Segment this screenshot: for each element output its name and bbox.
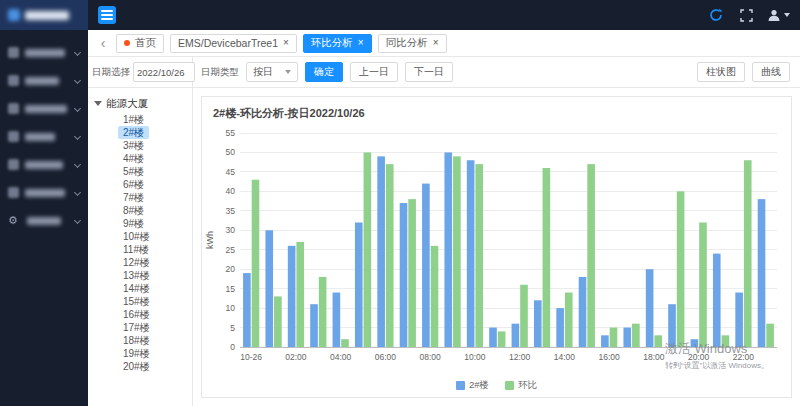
prev-day-button[interactable]: 上一日	[350, 62, 398, 82]
sidebar-item-5[interactable]	[0, 152, 88, 177]
gear-icon: ⚙	[8, 215, 21, 226]
legend-swatch-green	[505, 381, 514, 390]
svg-text:08:00: 08:00	[420, 352, 442, 362]
next-day-button[interactable]: 下一日	[405, 62, 453, 82]
sidebar-item-6[interactable]	[0, 180, 88, 205]
bar-2#楼-21:00	[713, 254, 721, 347]
bar-环比-15:00	[587, 164, 595, 347]
svg-text:14:00: 14:00	[554, 352, 576, 362]
date-select-section: 日期选择	[88, 57, 193, 87]
fullscreen-icon[interactable]	[737, 6, 755, 24]
bar-环比-01:00	[274, 296, 282, 347]
date-type-section: 日期类型 按日 确定 上一日 下一日	[193, 62, 687, 82]
bar-2#楼-12:00	[512, 324, 520, 347]
tree-item-13#楼[interactable]: 13#楼	[118, 269, 155, 282]
bar-2#楼-10-26	[243, 273, 251, 347]
sidebar-nav: ⚙	[0, 30, 88, 233]
tree-item-12#楼[interactable]: 12#楼	[118, 256, 155, 269]
sidebar-item-settings[interactable]: ⚙	[0, 208, 88, 233]
tab-yoy-analysis[interactable]: 同比分析	[378, 34, 447, 53]
tab-ring-analysis[interactable]: 环比分析	[303, 34, 372, 53]
tree-item-5#楼[interactable]: 5#楼	[118, 165, 149, 178]
svg-text:kWh: kWh	[205, 231, 215, 249]
svg-text:20:00: 20:00	[688, 352, 710, 362]
close-icon[interactable]	[433, 38, 439, 48]
date-type-value: 按日	[253, 65, 273, 79]
sidebar-item-4[interactable]	[0, 124, 88, 149]
building-tree: 1#楼2#楼3#楼4#楼5#楼6#楼7#楼8#楼9#楼10#楼11#楼12#楼1…	[118, 113, 188, 373]
refresh-icon[interactable]	[707, 6, 725, 24]
bar-2#楼-20:00	[691, 339, 699, 347]
tree-item-9#楼[interactable]: 9#楼	[118, 217, 149, 230]
tree-item-6#楼[interactable]: 6#楼	[118, 178, 149, 191]
date-type-select[interactable]: 按日	[246, 62, 298, 82]
bar-2#楼-11:00	[489, 328, 497, 347]
tree-item-14#楼[interactable]: 14#楼	[118, 282, 155, 295]
bar-环比-11:00	[498, 331, 506, 347]
tab-label: 首页	[135, 36, 156, 50]
chart-card: 2#楼-环比分析-按日2022/10/26 051015202530354045…	[201, 96, 792, 398]
bar-环比-17:00	[632, 324, 640, 347]
tree-item-17#楼[interactable]: 17#楼	[118, 321, 155, 334]
tabs-back-button[interactable]	[96, 34, 110, 52]
sidebar-item-2[interactable]	[0, 68, 88, 93]
logo-text-blurred	[25, 11, 69, 20]
bar-环比-10:00	[475, 164, 483, 347]
tree-item-11#楼[interactable]: 11#楼	[118, 243, 154, 256]
bar-环比-22:00	[744, 160, 752, 347]
chart-type-section: 柱状图 曲线	[687, 62, 800, 82]
sidebar-item-icon	[8, 159, 19, 170]
tree-item-10#楼[interactable]: 10#楼	[118, 230, 155, 243]
bar-环比-19:00	[677, 191, 685, 347]
tab-home[interactable]: 首页	[116, 34, 164, 53]
user-menu[interactable]	[767, 8, 790, 22]
sidebar: ⚙	[0, 0, 88, 406]
tree-item-20#楼[interactable]: 20#楼	[118, 360, 155, 373]
tree-item-15#楼[interactable]: 15#楼	[118, 295, 155, 308]
close-icon[interactable]	[358, 38, 364, 48]
legend-label: 环比	[518, 379, 537, 392]
bar-chart-button[interactable]: 柱状图	[697, 62, 745, 82]
tree-item-18#楼[interactable]: 18#楼	[118, 334, 155, 347]
legend-item-ring[interactable]: 环比	[505, 379, 537, 392]
bar-2#楼-22:00	[735, 293, 743, 347]
tree-item-16#楼[interactable]: 16#楼	[118, 308, 155, 321]
tree-item-4#楼[interactable]: 4#楼	[118, 152, 149, 165]
svg-text:06:00: 06:00	[375, 352, 397, 362]
sidebar-item-3[interactable]	[0, 96, 88, 121]
svg-text:25: 25	[226, 245, 236, 255]
close-icon[interactable]	[283, 38, 289, 48]
confirm-button[interactable]: 确定	[305, 62, 343, 82]
svg-text:30: 30	[226, 225, 236, 235]
tree-item-7#楼[interactable]: 7#楼	[118, 191, 149, 204]
menu-icon[interactable]	[98, 6, 116, 24]
bar-2#楼-04:00	[333, 293, 341, 347]
bar-2#楼-06:00	[377, 156, 385, 347]
user-icon	[767, 8, 781, 22]
tree-item-3#楼[interactable]: 3#楼	[118, 139, 149, 152]
chevron-down-icon	[74, 161, 81, 168]
svg-text:10: 10	[226, 303, 236, 313]
chart-legend: 2#楼 环比	[202, 379, 791, 392]
date-input[interactable]	[133, 62, 195, 82]
sidebar-item-icon	[8, 131, 19, 142]
svg-text:45: 45	[226, 167, 236, 177]
svg-text:02:00: 02:00	[285, 352, 307, 362]
tree-item-1#楼[interactable]: 1#楼	[118, 113, 149, 126]
bar-2#楼-09:00	[444, 152, 452, 347]
bar-环比-08:00	[431, 246, 439, 347]
sidebar-item-1[interactable]	[0, 40, 88, 65]
tree-item-2#楼[interactable]: 2#楼	[118, 126, 149, 139]
tree-item-19#楼[interactable]: 19#楼	[118, 347, 155, 360]
tree-caret-icon	[94, 101, 102, 106]
tab-device-tree[interactable]: EMS/DevicebarTree1	[170, 34, 297, 53]
bar-环比-13:00	[543, 168, 551, 347]
curve-button[interactable]: 曲线	[752, 62, 790, 82]
tree-root-node[interactable]: 能源大厦	[94, 96, 188, 111]
svg-text:16:00: 16:00	[599, 352, 621, 362]
tree-item-8#楼[interactable]: 8#楼	[118, 204, 149, 217]
legend-item-building[interactable]: 2#楼	[456, 379, 489, 392]
logo-icon	[8, 9, 20, 21]
chevron-down-icon	[285, 70, 291, 74]
bar-环比-12:00	[520, 285, 528, 347]
